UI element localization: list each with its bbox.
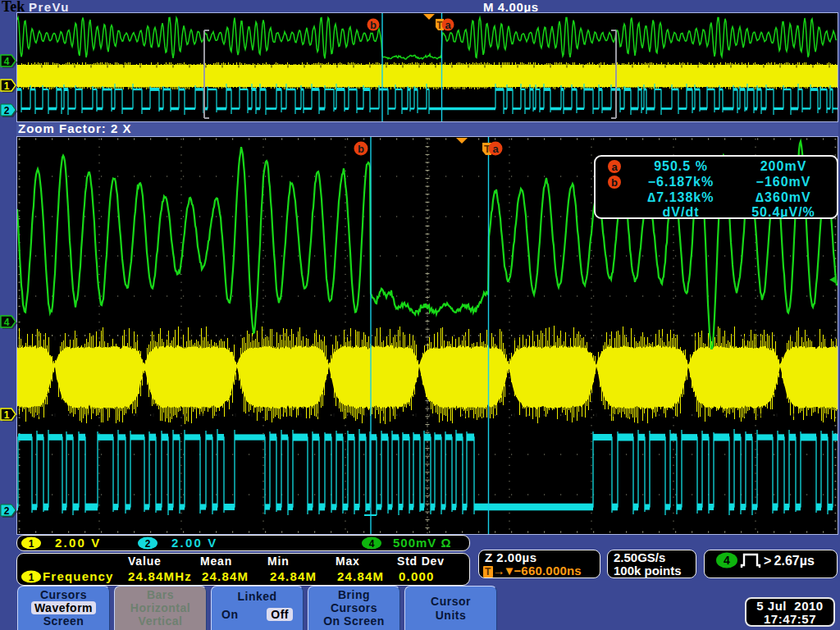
svg-text:24.84M: 24.84M	[337, 569, 384, 583]
svg-text:dV/dt: dV/dt	[663, 205, 700, 218]
svg-text:4: 4	[4, 56, 10, 67]
svg-text:∆7.138k%: ∆7.138k%	[648, 190, 714, 204]
svg-text:−6.187k%: −6.187k%	[648, 175, 714, 189]
svg-text:> 2.67µs: > 2.67µs	[764, 554, 815, 568]
svg-text:0.000: 0.000	[399, 569, 435, 583]
svg-text:4: 4	[4, 317, 10, 328]
svg-text:1: 1	[29, 538, 34, 550]
svg-text:Min: Min	[267, 555, 290, 568]
svg-text:4: 4	[724, 554, 730, 567]
svg-text:b: b	[611, 176, 618, 189]
svg-text:200mV: 200mV	[760, 159, 807, 173]
svg-text:2: 2	[4, 505, 10, 517]
svg-text:24.84MHz: 24.84MHz	[128, 569, 192, 583]
svg-text:∆360mV: ∆360mV	[756, 190, 810, 204]
svg-text:a: a	[611, 161, 618, 173]
svg-text:500mV Ω: 500mV Ω	[393, 536, 452, 550]
svg-text:2.00 V: 2.00 V	[171, 536, 218, 550]
svg-text:Value: Value	[128, 555, 162, 568]
svg-text:1: 1	[4, 80, 10, 92]
svg-text:1: 1	[29, 572, 34, 583]
svg-text:50.4µV/%: 50.4µV/%	[751, 205, 815, 218]
svg-text:Mean: Mean	[200, 555, 232, 568]
svg-text:−160mV: −160mV	[756, 175, 811, 189]
svg-text:2: 2	[4, 105, 10, 116]
svg-text:950.5 %: 950.5 %	[654, 159, 708, 173]
svg-text:2.00 V: 2.00 V	[55, 536, 102, 550]
svg-text:Max: Max	[336, 555, 360, 568]
svg-text:4: 4	[369, 538, 375, 550]
svg-text:Frequency: Frequency	[43, 569, 114, 583]
svg-text:2: 2	[145, 538, 151, 550]
svg-text:24.84M: 24.84M	[270, 569, 317, 583]
svg-text:1: 1	[4, 409, 10, 421]
svg-text:24.84M: 24.84M	[202, 569, 249, 583]
svg-text:Std Dev: Std Dev	[397, 555, 445, 568]
